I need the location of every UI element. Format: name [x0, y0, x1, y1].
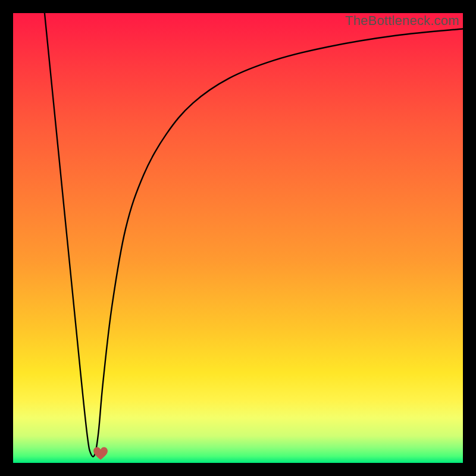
plot-area: TheBottleneck.com	[13, 13, 463, 463]
heart-marker-icon	[93, 446, 108, 461]
chart-canvas: TheBottleneck.com	[0, 0, 476, 476]
chart-curve	[13, 13, 463, 463]
